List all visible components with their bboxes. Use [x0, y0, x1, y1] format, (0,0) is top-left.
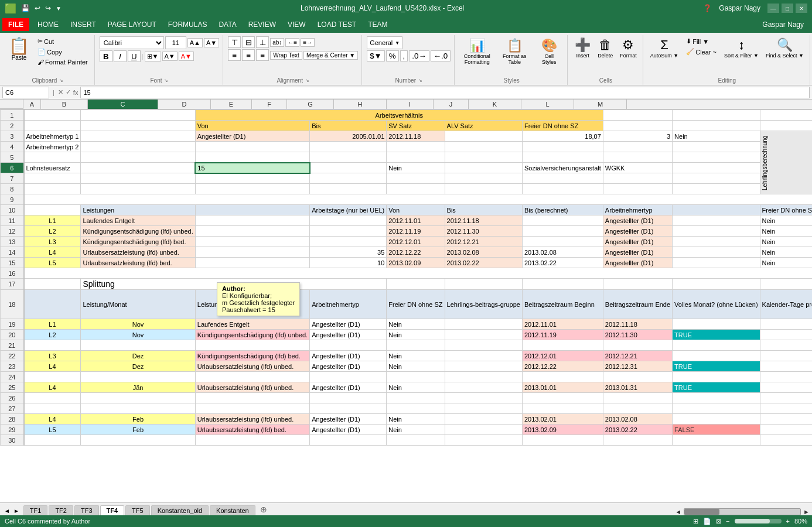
cell-c7[interactable]	[195, 173, 309, 184]
cell-j26[interactable]: 0	[760, 393, 812, 403]
cell-d30[interactable]	[310, 435, 387, 446]
cell-b10[interactable]: Leistungen	[81, 205, 195, 215]
cell-d26[interactable]	[310, 393, 387, 403]
cell-g4[interactable]	[522, 142, 603, 152]
row-num[interactable]: 10	[1, 205, 24, 215]
cell-j2[interactable]	[760, 121, 812, 131]
cell-g25[interactable]: 2013.01.01	[522, 382, 603, 393]
data-menu[interactable]: DATA	[213, 18, 242, 31]
align-left-button[interactable]: ≡	[228, 49, 241, 61]
cell-i24[interactable]	[673, 372, 760, 382]
cell-f30[interactable]	[445, 435, 522, 446]
cell-g18[interactable]: Beitragszeitraum Beginn	[522, 290, 603, 319]
cell-f27[interactable]	[445, 403, 522, 414]
format-cells-button[interactable]: ⚙ Format	[617, 36, 639, 60]
cell-d23[interactable]: Angestellter (D1)	[310, 361, 387, 372]
cell-c28[interactable]: Urlaubsersatzleistung (lfd) unbed.	[195, 414, 309, 425]
cell-f24[interactable]	[445, 372, 522, 382]
cell-f10[interactable]: Bis	[445, 205, 522, 215]
col-header-a[interactable]: A	[23, 100, 41, 109]
cell-f13[interactable]: 2012.12.21	[445, 237, 522, 247]
cell-b6[interactable]	[81, 163, 195, 173]
cell-h15[interactable]: Angestellter (D1)	[603, 258, 672, 268]
cell-c10[interactable]	[195, 205, 309, 215]
cell-c13[interactable]	[195, 237, 309, 247]
cell-i4[interactable]	[673, 142, 760, 152]
row-num[interactable]: 23	[1, 361, 24, 372]
review-menu[interactable]: REVIEW	[243, 18, 282, 31]
cell-i26[interactable]	[673, 393, 760, 403]
cell-h26[interactable]	[603, 393, 672, 403]
sheet-tab-konstanten-old[interactable]: Konstanten_old	[151, 505, 209, 515]
cell-e23[interactable]: Nein	[387, 361, 445, 372]
cell-i27[interactable]	[673, 403, 760, 414]
cell-g10[interactable]: Bis (berechnet)	[522, 205, 603, 215]
cell-c11[interactable]	[195, 215, 309, 226]
cell-d8[interactable]	[310, 184, 387, 194]
close-button[interactable]: ✕	[796, 4, 807, 13]
cell-f6[interactable]	[445, 163, 522, 173]
cell-c12[interactable]	[195, 226, 309, 237]
cell-e14[interactable]: 2012.12.22	[387, 247, 445, 258]
cell-i6[interactable]	[673, 163, 760, 173]
cell-a26[interactable]	[24, 393, 81, 403]
cell-g17[interactable]	[522, 279, 603, 290]
cell-b30[interactable]	[81, 435, 195, 446]
cell-h21[interactable]	[603, 340, 672, 351]
cell-g13[interactable]	[522, 237, 603, 247]
cell-a27[interactable]	[24, 403, 81, 414]
row-num[interactable]: 29	[1, 425, 24, 435]
cell-e19[interactable]: Nein	[387, 319, 445, 330]
format-painter-button[interactable]: 🖌Format Painter	[35, 57, 91, 67]
cell-g7[interactable]	[522, 173, 603, 184]
formula-enter-icon[interactable]: ✓	[66, 88, 71, 96]
cell-f8[interactable]	[445, 184, 522, 194]
cell-c22[interactable]: Kündigungsentschädigung (lfd) bed.	[195, 351, 309, 361]
row-num[interactable]: 1	[1, 110, 24, 121]
cell-c19[interactable]: Laufendes Entgelt	[195, 319, 309, 330]
cell-i8[interactable]	[673, 184, 760, 194]
cell-c20[interactable]: Kündigungsentschädigung (lfd) unbed.	[195, 330, 309, 340]
cell-d27[interactable]	[310, 403, 387, 414]
view-menu[interactable]: VIEW	[282, 18, 312, 31]
cell-d29[interactable]: Angestellter (D1)	[310, 425, 387, 435]
cell-j12[interactable]: Nein	[760, 226, 812, 237]
cell-h6[interactable]: WGKK	[603, 163, 672, 173]
cell-i7[interactable]	[673, 173, 760, 184]
underline-button[interactable]: U	[128, 50, 141, 62]
formula-input[interactable]	[80, 87, 810, 98]
cell-b3[interactable]	[81, 131, 195, 142]
cell-j13[interactable]: Nein	[760, 237, 812, 247]
cell-d6[interactable]	[310, 163, 387, 173]
cell-e17[interactable]	[387, 279, 445, 290]
zoom-in-button[interactable]: +	[786, 518, 790, 525]
cell-h2[interactable]	[603, 121, 672, 131]
bold-button[interactable]: B	[100, 50, 112, 62]
cell-g20[interactable]: 2012.11.19	[522, 330, 603, 340]
help-icon[interactable]: ❓	[703, 4, 712, 12]
cell-g23[interactable]: 2012.12.22	[522, 361, 603, 372]
row-num[interactable]: 16	[1, 268, 24, 279]
cell-g2[interactable]: Freier DN ohne SZ	[522, 121, 603, 131]
view-normal-icon[interactable]: ⊞	[693, 518, 698, 525]
cell-b19[interactable]: Nov	[81, 319, 195, 330]
cell-a11[interactable]: L1	[24, 215, 81, 226]
row-num[interactable]: 5	[1, 152, 24, 163]
cell-c29[interactable]: Urlaubsersatzleistung (lfd) bed.	[195, 425, 309, 435]
cell-a23[interactable]: L4	[24, 361, 81, 372]
row-num[interactable]: 25	[1, 382, 24, 393]
cell-e5[interactable]	[387, 152, 445, 163]
cell-j27[interactable]: 0	[760, 403, 812, 414]
formulas-menu[interactable]: FORMULAS	[162, 18, 213, 31]
cell-g11[interactable]	[522, 215, 603, 226]
row-num[interactable]: 14	[1, 247, 24, 258]
scroll-left-icon[interactable]: ◄	[2, 507, 12, 515]
cell-j25[interactable]: 31	[760, 382, 812, 393]
cell-e12[interactable]: 2012.11.19	[387, 226, 445, 237]
italic-button[interactable]: I	[114, 50, 127, 62]
cell-b11[interactable]: Laufendes Entgelt	[81, 215, 195, 226]
text-direction-button[interactable]: ab↕	[270, 38, 284, 47]
align-right-button[interactable]: ≡	[256, 49, 269, 61]
cell-c1[interactable]: Arbeitsverhältnis	[195, 110, 603, 121]
cell-d28[interactable]: Angestellter (D1)	[310, 414, 387, 425]
